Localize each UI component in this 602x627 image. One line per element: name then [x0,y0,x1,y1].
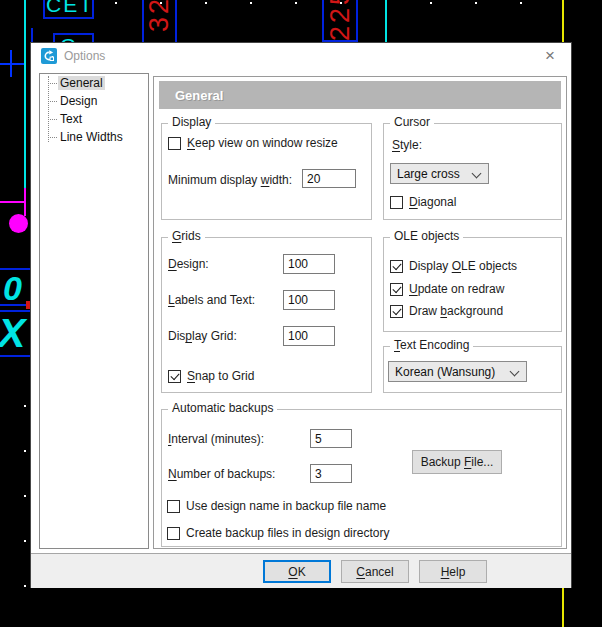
grid-dot [24,450,26,452]
checkbox-draw-background[interactable]: Draw background [390,304,503,318]
grid-dot [160,2,162,4]
label-grid-design: Design: [168,257,209,271]
page-header: General [159,81,561,109]
pcb-big-text-x: X [0,313,25,354]
checkbox-label: Create backup files in design directory [186,526,389,540]
cursor-style-select[interactable]: Large cross [390,163,489,184]
checkbox-snap-to-grid[interactable]: Snap to Grid [168,369,254,383]
label-backup-interval: Interval (minutes): [168,432,264,446]
grid-dot [205,2,207,4]
grid-dot [24,405,26,407]
pcb-refdes-321: 321 [145,0,173,40]
tree-item-design[interactable]: Design [40,92,148,110]
pcb-pad-circle [9,214,28,233]
checkbox-box [390,196,403,209]
checkbox-box [390,305,403,318]
options-dialog: Options × General Design Text Line Width… [30,42,572,588]
checkbox-keep-view-on-resize[interactable]: Keep view on window resize [168,136,338,150]
title-bar[interactable]: Options × [31,43,571,69]
backup-file-button[interactable]: Backup File... [412,450,502,474]
label-number-of-backups: Number of backups: [168,467,275,481]
pcb-label-cet: CET [46,0,94,17]
checkbox-box [167,527,180,540]
group-backups-caption: Automatic backups [168,401,277,415]
page-header-title: General [175,88,223,103]
group-ole-objects: OLE objects Display OLE objects Update o… [383,237,562,332]
grid-dot [520,2,522,4]
options-category-tree: General Design Text Line Widths [39,73,149,549]
pcb-big-text-zero: 0 [3,271,22,305]
grid-labels-text-input[interactable] [283,290,335,310]
tree-item-text[interactable]: Text [40,110,148,128]
chevron-down-icon [472,169,482,179]
checkbox-box [390,260,403,273]
ok-button[interactable]: OK [263,560,331,583]
app-icon [41,48,57,64]
window-title: Options [64,49,105,63]
group-cursor-caption: Cursor [390,115,434,129]
grid-dot [24,540,26,542]
pcb-cyan-line-top [385,0,387,42]
group-grids-caption: Grids [168,229,205,243]
checkbox-display-ole-objects[interactable]: Display OLE objects [390,259,517,273]
group-ole-caption: OLE objects [390,229,463,243]
tree-item-line-widths[interactable]: Line Widths [40,128,148,146]
grid-dot [24,585,26,587]
label-minimum-display-width: Minimum display width: [168,173,292,187]
cancel-button[interactable]: Cancel [341,560,409,583]
backup-interval-input[interactable] [310,429,352,448]
number-of-backups-input[interactable] [310,464,352,483]
display-grid-input[interactable] [283,326,335,346]
pcb-cyan-trace-vertical [24,0,26,188]
checkbox-create-in-design-dir[interactable]: Create backup files in design directory [167,526,389,540]
group-cursor: Cursor Style: Large cross Diagonal [383,123,562,220]
text-encoding-select[interactable]: Korean (Wansung) [388,361,527,382]
grid-dot [295,2,297,4]
chevron-down-icon [510,367,520,377]
checkbox-box [390,283,403,296]
checkbox-update-on-redraw[interactable]: Update on redraw [390,282,504,296]
pcb-blue-line-right-of-321 [175,0,177,42]
grid-dot [115,2,117,4]
cursor-style-value: Large cross [397,167,460,181]
close-icon[interactable]: × [539,45,561,67]
help-button[interactable]: Help [419,560,487,583]
grid-design-input[interactable] [283,254,335,274]
pcb-magenta-trace-horizontal [0,201,25,203]
group-display: Display Keep view on window resize Minim… [161,123,372,220]
checkbox-label: Use design name in backup file name [186,499,386,513]
checkbox-box [168,137,181,150]
grid-dot [430,2,432,4]
pcb-blue-sliver [31,28,33,42]
checkbox-diagonal[interactable]: Diagonal [390,195,456,209]
minimum-display-width-input[interactable] [302,169,356,188]
label-display-grid: Display Grid: [168,329,237,343]
label-cursor-style: Style: [392,138,422,152]
group-text-encoding-caption: Text Encoding [390,338,473,352]
checkbox-use-design-name[interactable]: Use design name in backup file name [167,499,386,513]
label-grid-labels-text: Labels and Text: [168,293,255,307]
grid-dot [475,2,477,4]
checkbox-box [167,500,180,513]
grid-dot [340,2,342,4]
text-encoding-value: Korean (Wansung) [395,365,495,379]
group-automatic-backups: Automatic backups Interval (minutes): Ba… [161,409,562,547]
checkbox-box [168,370,181,383]
pcb-blue-cross [0,50,26,78]
grid-dot [24,495,26,497]
group-display-caption: Display [168,115,215,129]
group-grids: Grids Design: Labels and Text: Display G… [161,237,372,393]
grid-dot [250,2,252,4]
tree-item-general[interactable]: General [40,74,148,92]
group-text-encoding: Text Encoding Korean (Wansung) [383,346,562,393]
